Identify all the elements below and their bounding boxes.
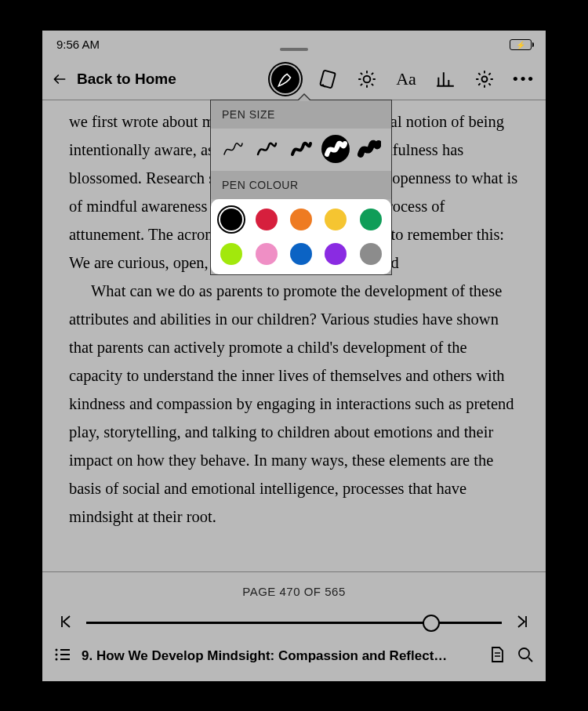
svg-point-1 (364, 75, 371, 82)
pen-tool-button[interactable] (271, 65, 299, 93)
svg-point-11 (56, 648, 58, 651)
svg-line-6 (361, 72, 362, 74)
drag-handle[interactable] (280, 48, 308, 51)
back-to-home-button[interactable]: Back to Home (52, 71, 176, 88)
brightness-icon (357, 69, 377, 89)
pen-icon (275, 69, 296, 89)
pen-size-row (211, 129, 391, 171)
top-toolbar: Back to Home (42, 59, 546, 100)
pen-colour-header: PEN COLOUR (211, 171, 391, 199)
settings-button[interactable] (474, 68, 495, 90)
rotation-lock-button[interactable] (317, 68, 339, 90)
colour-swatch-1[interactable] (220, 209, 242, 230)
colour-swatch-8[interactable] (290, 243, 312, 265)
colour-swatch-5[interactable] (360, 209, 382, 230)
page-indicator: PAGE 470 OF 565 (42, 585, 546, 598)
colour-swatch-6[interactable] (220, 243, 242, 265)
more-button[interactable]: ••• (513, 68, 535, 90)
status-bar: 9:56 AM ⚡ (42, 31, 546, 59)
pen-size-option-1[interactable] (219, 135, 247, 163)
toc-button[interactable] (53, 645, 72, 667)
svg-point-19 (519, 648, 529, 658)
pen-colour-grid (211, 199, 391, 274)
pen-size-header: PEN SIZE (211, 100, 391, 129)
reader-screen: 9:56 AM ⚡ Back to Home (42, 31, 546, 681)
notes-button[interactable] (488, 645, 506, 667)
colour-swatch-7[interactable] (256, 243, 278, 265)
reader-footer: PAGE 470 OF 565 9. How We Develop Mindsi… (42, 571, 546, 681)
svg-point-12 (56, 653, 58, 655)
colour-swatch-4[interactable] (325, 209, 347, 230)
clock: 9:56 AM (56, 38, 100, 51)
font-settings-button[interactable]: Aa (395, 68, 417, 90)
colour-swatch-9[interactable] (325, 243, 347, 265)
svg-line-20 (528, 658, 532, 662)
svg-point-13 (56, 658, 58, 660)
search-button[interactable] (516, 645, 535, 667)
paragraph: What can we do as parents to promote the… (69, 277, 519, 531)
jump-back-button[interactable] (56, 612, 75, 634)
back-label: Back to Home (77, 71, 176, 88)
progress-row (42, 612, 546, 634)
battery-icon: ⚡ (510, 39, 532, 50)
svg-rect-0 (320, 70, 336, 88)
arrow-left-icon (52, 71, 67, 87)
stats-button[interactable] (434, 68, 456, 90)
brightness-button[interactable] (356, 68, 378, 90)
pen-size-option-3[interactable] (287, 135, 315, 163)
pen-size-option-4[interactable] (321, 135, 350, 163)
bar-chart-icon (435, 69, 456, 89)
svg-line-9 (372, 72, 373, 74)
svg-line-7 (372, 83, 373, 85)
chapter-title[interactable]: 9. How We Develop Mindsight: Compassion … (82, 648, 478, 664)
colour-swatch-3[interactable] (290, 209, 312, 230)
pen-size-option-5[interactable] (355, 135, 383, 163)
gear-icon (474, 69, 495, 89)
jump-forward-button[interactable] (513, 612, 532, 634)
pen-size-option-2[interactable] (252, 135, 281, 163)
toolbar-icon-group: Aa ••• (271, 65, 535, 93)
colour-swatch-10[interactable] (360, 243, 382, 265)
rotation-icon (318, 69, 338, 89)
pen-settings-popover: PEN SIZE PEN COLOUR (210, 100, 392, 275)
colour-swatch-2[interactable] (256, 209, 278, 230)
slider-thumb[interactable] (423, 615, 440, 632)
svg-point-10 (482, 76, 488, 82)
svg-line-8 (361, 83, 362, 85)
progress-slider[interactable] (86, 622, 502, 624)
